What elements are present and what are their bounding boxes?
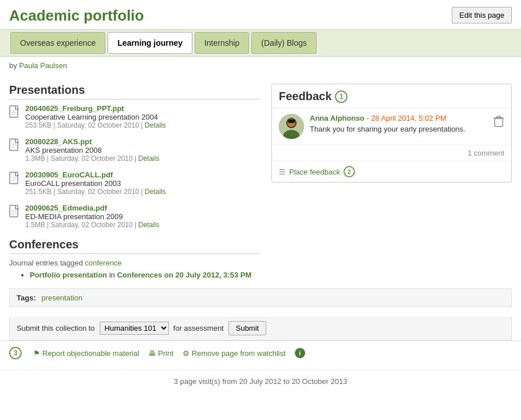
place-feedback-badge: 2 <box>344 166 355 177</box>
tabs-bar: Overseas experienceLearning journeyInter… <box>0 29 521 57</box>
delete-comment-icon[interactable] <box>493 115 504 129</box>
file-details-link[interactable]: Details <box>138 154 159 163</box>
file-name: 20090625_Edmedia.pdf <box>25 204 159 212</box>
info-icon[interactable]: i <box>295 348 305 358</box>
print-link[interactable]: 🖶 Print <box>148 349 173 358</box>
svg-rect-21 <box>495 118 503 126</box>
tab-learning[interactable]: Learning journey <box>108 32 192 54</box>
file-description: Cooperative Learning presentation 2004 <box>25 113 166 121</box>
file-name: 20080228_AKS.ppt <box>25 137 159 146</box>
tab-blogs[interactable]: (Daily) Blogs <box>251 32 316 54</box>
conference-item: Portfolio presentation in Conferences on… <box>30 271 260 279</box>
collection-select[interactable]: Humanities 101 <box>100 322 169 335</box>
presentations-list: 20040625_Freiburg_PPT.ppt Cooperative Le… <box>9 104 260 229</box>
file-item: 20090625_Edmedia.pdf ED-MEDIA presentati… <box>9 204 260 229</box>
comment-item: Anna Alphonso - 28 April 2014, 5:02 PM T… <box>272 108 511 145</box>
tab-overseas[interactable]: Overseas experience <box>10 32 105 54</box>
feedback-badge: 1 <box>335 90 348 103</box>
svg-rect-20 <box>288 120 295 123</box>
tag-link[interactable]: presentation <box>41 294 82 302</box>
file-name: 20030905_EuroCALL.pdf <box>25 171 166 179</box>
conferences-section: Conferences Journal entries tagged confe… <box>9 238 260 279</box>
file-info: 20040625_Freiburg_PPT.ppt Cooperative Le… <box>25 104 166 129</box>
file-description: ED-MEDIA presentation 2009 <box>25 212 159 221</box>
file-link[interactable]: 20080228_AKS.ppt <box>25 137 92 146</box>
file-item: 20080228_AKS.ppt AKS presentation 2008 1… <box>9 137 260 163</box>
tags-bar: Tags: presentation <box>9 288 512 307</box>
submit-button[interactable]: Submit <box>228 321 266 335</box>
feedback-title: Feedback 1 <box>272 84 511 108</box>
page-title: Academic portfolio <box>9 7 144 25</box>
edit-page-button[interactable]: Edit this page <box>452 7 512 23</box>
comment-count: 1 comment <box>272 145 511 161</box>
comment-date: - 28 April 2014, 5:02 PM <box>366 114 446 122</box>
file-name: 20040625_Freiburg_PPT.ppt <box>25 104 166 113</box>
journal-label: Journal entries tagged conference <box>9 259 260 267</box>
step-badge: 3 <box>9 347 22 359</box>
file-details-link[interactable]: Details <box>138 221 159 229</box>
comment-author: Anna Alphonso - 28 April 2014, 5:02 PM <box>310 114 487 122</box>
conferences-title: Conferences <box>9 238 260 254</box>
byline: by Paula Paulsen <box>0 57 521 74</box>
conf-link[interactable]: Portfolio presentation <box>30 271 107 279</box>
page-footer: 3 page visit(s) from 20 July 2012 to 20 … <box>0 370 521 393</box>
print-icon: 🖶 <box>148 349 156 358</box>
conf-location-link[interactable]: Conferences on 20 July 2012, 3:53 PM <box>117 271 251 279</box>
svg-rect-4 <box>10 139 18 150</box>
file-info: 20030905_EuroCALL.pdf EuroCALL presentat… <box>25 171 166 196</box>
feedback-form-icon: ☰ <box>279 168 286 176</box>
presentations-title: Presentations <box>9 84 260 100</box>
file-description: EuroCALL presentation 2003 <box>25 179 166 188</box>
conference-tag-link[interactable]: conference <box>85 259 121 267</box>
svg-rect-25 <box>497 116 500 117</box>
file-info: 20090625_Edmedia.pdf ED-MEDIA presentati… <box>25 204 159 229</box>
flag-icon: ⚑ <box>33 349 40 358</box>
file-link[interactable]: 20040625_Freiburg_PPT.ppt <box>25 104 124 113</box>
footer-actions: 3 ⚑ Report objectionable material 🖶 Prin… <box>0 340 521 365</box>
file-icon <box>9 105 21 121</box>
comment-author-link[interactable]: Anna Alphonso <box>310 114 365 122</box>
byline-prefix: by <box>9 61 19 70</box>
comment-body: Anna Alphonso - 28 April 2014, 5:02 PM T… <box>310 114 487 133</box>
place-feedback-link[interactable]: ☰ Place feedback 2 <box>272 161 511 182</box>
file-meta: 1.3MB | Saturday, 02 October 2010 | Deta… <box>25 154 159 163</box>
svg-rect-0 <box>10 106 18 117</box>
file-info: 20080228_AKS.ppt AKS presentation 2008 1… <box>25 137 159 163</box>
avatar <box>279 114 304 139</box>
author-link[interactable]: Paula Paulsen <box>19 61 67 70</box>
file-icon <box>9 138 21 154</box>
svg-rect-8 <box>10 172 18 184</box>
tab-internship[interactable]: Internship <box>195 32 249 54</box>
right-column: Feedback 1 Anna Alphonso <box>271 74 512 279</box>
watchlist-icon: ⚙ <box>183 349 190 358</box>
file-icon <box>9 205 21 220</box>
file-item: 20040625_Freiburg_PPT.ppt Cooperative Le… <box>9 104 260 129</box>
remove-watchlist-link[interactable]: ⚙ Remove page from watchlist <box>183 349 286 358</box>
conferences-list: Portfolio presentation in Conferences on… <box>19 271 260 279</box>
feedback-box: Feedback 1 Anna Alphonso <box>271 84 512 183</box>
file-description: AKS presentation 2008 <box>25 146 159 154</box>
file-link[interactable]: 20030905_EuroCALL.pdf <box>25 171 113 179</box>
file-meta: 251.5KB | Saturday, 02 October 2010 | De… <box>25 188 166 196</box>
file-details-link[interactable]: Details <box>145 188 166 196</box>
file-details-link[interactable]: Details <box>145 121 166 129</box>
report-link[interactable]: ⚑ Report objectionable material <box>33 349 139 358</box>
file-item: 20030905_EuroCALL.pdf EuroCALL presentat… <box>9 171 260 196</box>
file-meta: 1.5MB | Saturday, 02 October 2010 | Deta… <box>25 221 159 229</box>
file-meta: 253.5KB | Saturday, 02 October 2010 | De… <box>25 121 166 129</box>
svg-rect-12 <box>10 205 18 217</box>
comment-text: Thank you for sharing your early present… <box>310 125 487 133</box>
file-icon <box>9 172 21 187</box>
submit-bar: Submit this collection to Humanities 101… <box>9 316 512 340</box>
page-header: Academic portfolio Edit this page <box>0 0 521 29</box>
main-content: Presentations 20040625_Freiburg_PPT.ppt … <box>0 74 521 279</box>
left-column: Presentations 20040625_Freiburg_PPT.ppt … <box>9 74 260 279</box>
file-link[interactable]: 20090625_Edmedia.pdf <box>25 204 107 212</box>
